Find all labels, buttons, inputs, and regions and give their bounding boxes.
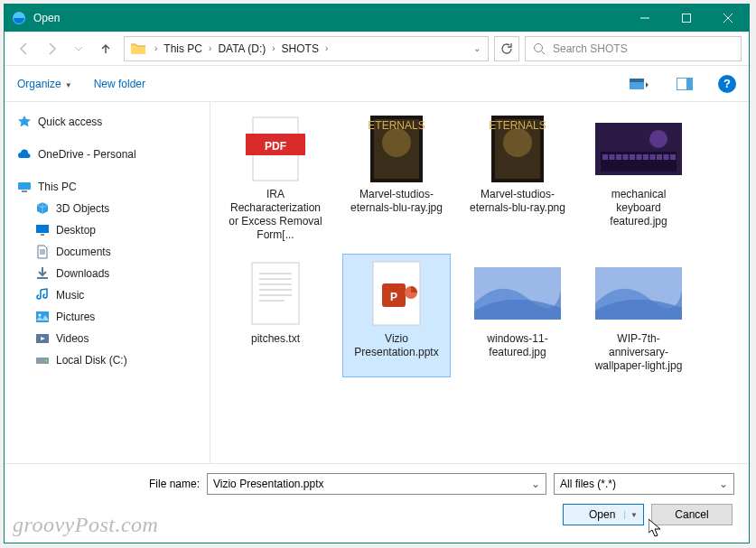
- music-icon: [35, 288, 50, 302]
- svg-rect-12: [22, 190, 27, 192]
- file-item[interactable]: PVizio Presentation.pptx: [342, 254, 451, 377]
- file-name: Marvel-studios-eternals-blu-ray.jpg: [347, 188, 446, 215]
- chevron-right-icon[interactable]: ›: [269, 43, 277, 53]
- chevron-down-icon[interactable]: ⌄: [531, 478, 540, 490]
- cancel-button[interactable]: Cancel: [651, 504, 733, 525]
- file-name: windows-11-featured.jpg: [468, 332, 567, 359]
- file-list[interactable]: PDFIRA Recharacterization or Excess Remo…: [210, 102, 749, 463]
- close-button[interactable]: [707, 5, 749, 32]
- file-name: Marvel-studios-eternals-blu-ray.png: [468, 188, 567, 215]
- file-type-filter[interactable]: All files (*.*) ⌄: [554, 473, 734, 495]
- tree-item-music[interactable]: Music: [12, 284, 206, 306]
- file-name: Vizio Presentation.pptx: [347, 332, 446, 359]
- preview-pane-button[interactable]: [673, 74, 696, 94]
- svg-rect-45: [252, 263, 299, 324]
- svg-rect-13: [36, 225, 49, 233]
- watermark: groovyPost.com: [13, 513, 158, 537]
- file-item[interactable]: ETERNALSMarvel-studios-eternals-blu-ray.…: [463, 109, 572, 246]
- desktop-icon: [35, 223, 50, 237]
- tree-item-pictures[interactable]: Pictures: [12, 306, 206, 328]
- file-thumbnail: [595, 114, 682, 184]
- doc-icon: [35, 245, 50, 259]
- chevron-right-icon[interactable]: ›: [322, 43, 331, 53]
- search-icon: [533, 42, 546, 55]
- cloud-icon: [17, 147, 32, 162]
- organize-menu[interactable]: Organize▼: [17, 78, 72, 90]
- tree-item-local-disk-c-[interactable]: Local Disk (C:): [12, 349, 206, 371]
- search-input[interactable]: Search SHOTS: [525, 36, 742, 61]
- file-name: WIP-7th-anniversary-wallpaper-light.jpg: [589, 332, 688, 373]
- file-name: pitches.txt: [251, 332, 300, 346]
- svg-rect-36: [623, 154, 629, 160]
- help-button[interactable]: ?: [718, 75, 736, 93]
- file-thumbnail: [595, 258, 682, 329]
- toolbar: Organize▼ New folder ?: [5, 66, 749, 102]
- file-item[interactable]: PDFIRA Recharacterization or Excess Remo…: [221, 109, 330, 246]
- tree-item-documents[interactable]: Documents: [12, 241, 206, 263]
- back-button[interactable]: [12, 36, 37, 61]
- svg-text:PDF: PDF: [265, 140, 286, 153]
- file-thumbnail: ETERNALS: [474, 114, 561, 184]
- open-button[interactable]: Open▼: [563, 504, 644, 525]
- svg-point-29: [503, 128, 532, 157]
- file-thumbnail: [474, 258, 561, 329]
- titlebar: Open: [5, 5, 749, 32]
- recent-dropdown[interactable]: [66, 36, 91, 61]
- svg-rect-39: [643, 154, 649, 160]
- tree-item-this-pc[interactable]: This PC: [12, 176, 206, 198]
- svg-rect-10: [686, 79, 692, 89]
- minimize-button[interactable]: [624, 5, 666, 32]
- svg-text:ETERNALS: ETERNALS: [368, 119, 425, 132]
- maximize-button[interactable]: [666, 5, 707, 32]
- file-item[interactable]: windows-11-featured.jpg: [463, 254, 572, 377]
- svg-rect-33: [602, 154, 608, 160]
- address-bar[interactable]: › This PC › DATA (D:) › SHOTS › ⌄: [124, 36, 489, 61]
- svg-line-6: [542, 51, 546, 54]
- navigation-tree[interactable]: Quick accessOneDrive - PersonalThis PC3D…: [5, 102, 210, 463]
- svg-point-19: [45, 360, 47, 362]
- disk-icon: [35, 353, 50, 367]
- svg-rect-15: [36, 311, 49, 322]
- file-item[interactable]: pitches.txt: [221, 254, 330, 377]
- breadcrumb-segment[interactable]: This PC: [160, 42, 206, 55]
- svg-rect-35: [616, 154, 621, 160]
- file-item[interactable]: mechanical keyboard featured.jpg: [584, 109, 693, 246]
- tree-item-desktop[interactable]: Desktop: [12, 219, 206, 241]
- tree-item-downloads[interactable]: Downloads: [12, 263, 206, 284]
- file-thumbnail: P: [353, 258, 440, 329]
- svg-rect-11: [18, 182, 31, 190]
- file-item[interactable]: WIP-7th-anniversary-wallpaper-light.jpg: [584, 254, 693, 377]
- up-button[interactable]: [93, 36, 118, 61]
- svg-point-44: [649, 130, 667, 148]
- pc-icon: [17, 180, 32, 194]
- svg-rect-2: [683, 14, 691, 23]
- svg-point-25: [382, 128, 411, 157]
- new-folder-button[interactable]: New folder: [94, 78, 145, 90]
- breadcrumb-segment[interactable]: SHOTS: [278, 42, 322, 55]
- nav-bar: › This PC › DATA (D:) › SHOTS › ⌄ Search…: [5, 32, 749, 66]
- svg-rect-8: [630, 79, 644, 82]
- tree-item-3d-objects[interactable]: 3D Objects: [12, 198, 206, 219]
- filename-input[interactable]: Vizio Presentation.pptx ⌄: [207, 473, 546, 495]
- svg-rect-14: [41, 234, 44, 236]
- svg-text:P: P: [390, 291, 397, 303]
- file-name: mechanical keyboard featured.jpg: [589, 188, 688, 228]
- chevron-down-icon[interactable]: ⌄: [466, 43, 488, 53]
- chevron-right-icon[interactable]: ›: [152, 43, 160, 53]
- tree-item-videos[interactable]: Videos: [12, 328, 206, 349]
- search-placeholder: Search SHOTS: [553, 42, 628, 55]
- chevron-down-icon: ⌄: [719, 478, 728, 490]
- file-item[interactable]: ETERNALSMarvel-studios-eternals-blu-ray.…: [342, 109, 451, 246]
- refresh-button[interactable]: [494, 36, 519, 61]
- file-thumbnail: ETERNALS: [353, 114, 440, 184]
- tree-item-onedrive-personal[interactable]: OneDrive - Personal: [12, 144, 206, 165]
- svg-rect-41: [657, 154, 662, 160]
- view-mode-button[interactable]: [628, 74, 651, 94]
- svg-rect-42: [664, 154, 669, 160]
- folder-icon: [130, 41, 146, 57]
- forward-button[interactable]: [39, 36, 64, 61]
- tree-item-quick-access[interactable]: Quick access: [12, 111, 206, 133]
- breadcrumb-segment[interactable]: DATA (D:): [214, 42, 269, 55]
- svg-point-16: [39, 314, 42, 317]
- chevron-right-icon[interactable]: ›: [206, 43, 214, 53]
